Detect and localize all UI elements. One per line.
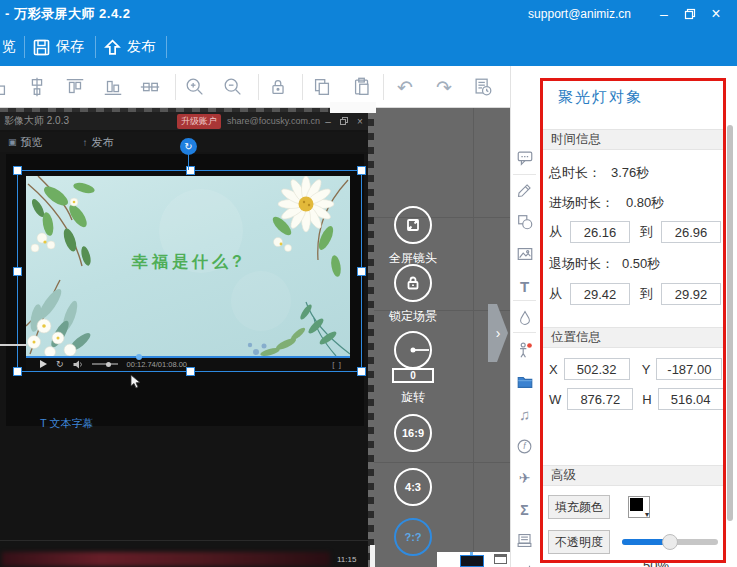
zoom-in-icon[interactable] (183, 75, 207, 99)
minimize-button[interactable]: – (651, 4, 677, 24)
document-icon[interactable] (511, 528, 538, 552)
image-icon[interactable] (511, 242, 538, 266)
distribute-horizontal-icon[interactable] (138, 75, 162, 99)
undo-icon[interactable]: ↶ (393, 75, 417, 99)
divider (513, 300, 536, 301)
crop-edge-right (368, 112, 374, 567)
enter-duration-label: 进场时长： (549, 194, 614, 212)
canvas-workspace[interactable]: 影像大师 2.0.3 升级账户 share@focusky.com.cn – ×… (0, 108, 510, 567)
divider (258, 74, 259, 100)
save-button[interactable]: 保存 (33, 28, 84, 66)
panel-collapse-chevron[interactable]: › (488, 304, 508, 362)
music-icon[interactable]: ♫ (511, 402, 538, 426)
rotate-value-input[interactable]: 0 (392, 368, 434, 383)
opacity-slider-knob[interactable] (662, 534, 678, 550)
exit-from-input[interactable] (570, 283, 630, 305)
properties-panel: 聚光灯对象 时间信息 总时长： 3.76秒 进场时长： 0.80秒 从 到 退场… (537, 66, 737, 567)
enter-from-input[interactable] (570, 221, 630, 243)
opacity-button[interactable]: 不透明度 (548, 530, 610, 554)
callout-icon[interactable] (511, 146, 538, 170)
x-input[interactable] (564, 358, 630, 380)
h-input[interactable] (658, 388, 724, 410)
fill-color-button[interactable]: 填充颜色 (548, 495, 610, 519)
canvas-artifact (330, 102, 376, 113)
from-label: 从 (549, 223, 562, 241)
lock-icon[interactable] (266, 75, 290, 99)
lock-icon (405, 275, 421, 291)
grid-line (374, 462, 510, 463)
total-duration-value: 3.76秒 (611, 164, 649, 182)
full-screen-lens-button[interactable] (394, 206, 432, 244)
ratio-4-3-button[interactable]: 4:3 (394, 468, 432, 506)
nested-preview-item: ▣ 预览 (8, 135, 43, 150)
rotation-handle[interactable]: ↻ (180, 138, 197, 155)
copy-icon[interactable] (310, 75, 334, 99)
zoom-out-icon[interactable] (221, 75, 245, 99)
handle-top-right[interactable] (357, 166, 366, 175)
text-tool-icon[interactable]: T (511, 274, 538, 298)
restore-icon (684, 8, 696, 20)
flash-icon[interactable]: f (511, 434, 538, 458)
support-email: support@animiz.cn (528, 7, 631, 21)
handle-bottom-right[interactable] (357, 367, 366, 376)
ratio-custom-button[interactable]: ?:? (394, 518, 432, 556)
handle-bottom-middle[interactable] (186, 367, 195, 376)
save-icon (33, 39, 50, 56)
selection-rectangle (17, 170, 362, 372)
character-icon[interactable] (511, 338, 538, 362)
rotate-dial[interactable] (394, 331, 432, 369)
window-thumbnail-icon[interactable] (494, 554, 507, 564)
position-section-header: 位置信息 (540, 327, 726, 348)
save-label: 保存 (56, 38, 84, 56)
pencil-icon[interactable] (511, 178, 538, 202)
paste-icon[interactable] (350, 75, 374, 99)
y-input[interactable] (656, 358, 722, 380)
nested-preview-icon: ▣ (8, 137, 17, 147)
history-icon[interactable] (471, 75, 495, 99)
main-toolbar: 览 保存 发布 (0, 28, 737, 66)
app-window: - 万彩录屏大师 2.4.2 support@animiz.cn – × 览 保… (0, 0, 737, 567)
restore-button[interactable] (677, 4, 703, 24)
upgrade-badge: 升级账户 (177, 114, 221, 129)
folder-icon[interactable] (511, 370, 538, 394)
publish-icon (104, 39, 121, 56)
ratio-16-9-button[interactable]: 16:9 (394, 414, 432, 452)
title-bar: - 万彩录屏大师 2.4.2 support@animiz.cn – × (0, 0, 737, 28)
align-top-icon[interactable] (63, 75, 87, 99)
lock-scene-button[interactable] (394, 264, 432, 302)
formula-icon[interactable]: Σ (511, 498, 538, 522)
handle-middle-right[interactable] (357, 267, 366, 276)
enter-to-input[interactable] (661, 221, 721, 243)
handle-middle-left[interactable] (13, 267, 22, 276)
w-input[interactable] (567, 388, 633, 410)
nested-title-bar: 影像大师 2.0.3 升级账户 share@focusky.com.cn – × (0, 112, 368, 130)
divider (383, 74, 384, 100)
grid-line (473, 108, 474, 567)
object-tool-strip: T ♫ f ✈ Σ (510, 66, 537, 567)
distribute-vertical-icon[interactable] (25, 75, 49, 99)
preview-button-partial[interactable]: 览 (2, 28, 16, 66)
align-bottom-icon[interactable] (101, 75, 125, 99)
publish-label: 发布 (127, 38, 155, 56)
publish-button[interactable]: 发布 (104, 28, 155, 66)
panel-scrollbar[interactable] (727, 125, 733, 521)
color-black (630, 498, 643, 511)
opacity-value: 50% (643, 558, 737, 567)
video-add-icon[interactable] (511, 560, 538, 567)
shapes-icon[interactable] (511, 210, 538, 234)
opacity-slider[interactable] (622, 539, 718, 545)
handle-top-left[interactable] (13, 166, 22, 175)
text-subtitle-track: T 文本字幕 (40, 416, 94, 431)
handle-top-middle[interactable] (186, 166, 195, 175)
scene-thumbnail[interactable] (460, 555, 484, 567)
close-button[interactable]: × (703, 4, 729, 24)
airplane-icon[interactable]: ✈ (511, 466, 538, 490)
from-label: 从 (549, 285, 562, 303)
fill-color-swatch[interactable]: ▾ (628, 496, 650, 518)
handle-bottom-left[interactable] (13, 367, 22, 376)
redo-icon[interactable]: ↷ (432, 75, 456, 99)
water-drop-icon[interactable] (511, 306, 538, 330)
exit-to-input[interactable] (661, 283, 721, 305)
divider (24, 36, 25, 58)
same-size-icon[interactable] (0, 75, 10, 99)
